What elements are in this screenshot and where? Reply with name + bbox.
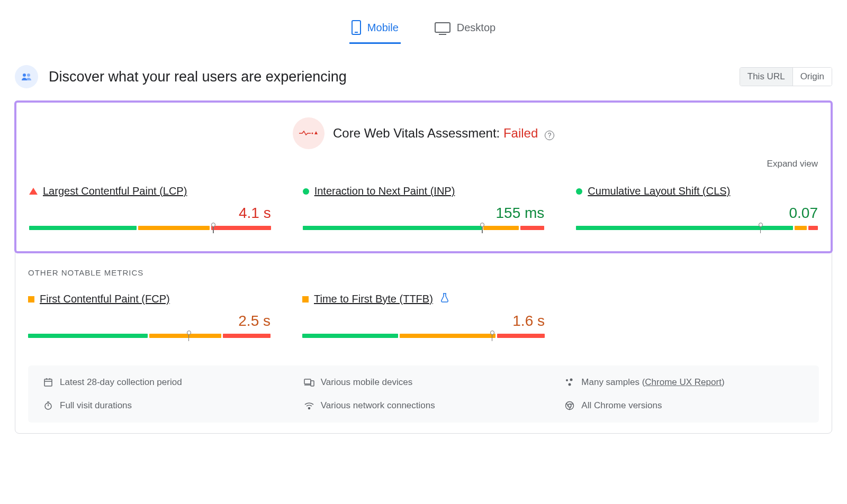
metric-fcp-value: 2.5 s [28,313,271,329]
metric-lcp-bar [29,226,271,230]
metric-cls-name[interactable]: Cumulative Layout Shift (CLS) [588,185,730,197]
cwv-title-prefix: Core Web Vitals Assessment: [333,126,503,140]
svg-marker-3 [314,131,318,134]
metric-fcp-bar [28,334,271,338]
info-samples: Many samples (Chrome UX Report) [564,377,804,388]
main-card: Core Web Vitals Assessment: Failed ? Exp… [15,101,832,434]
svg-point-0 [23,74,26,77]
metric-inp-name[interactable]: Interaction to Next Paint (INP) [314,185,455,197]
metric-cls: Cumulative Layout Shift (CLS) 0.07 [576,185,818,230]
flask-icon [440,293,449,305]
svg-rect-10 [311,381,314,386]
info-chrome: All Chrome versions [564,400,804,411]
circle-green-icon [576,188,582,195]
scatter-icon [564,377,575,388]
page-title: Discover what your real users are experi… [49,69,347,85]
chrome-ux-report-link[interactable]: Chrome UX Report [645,377,722,387]
metric-inp-bar [303,226,545,230]
tab-mobile[interactable]: Mobile [349,16,401,44]
svg-point-12 [570,379,573,381]
svg-point-1 [27,74,30,77]
metric-ttfb-bar [302,334,545,338]
calendar-icon [43,377,53,388]
svg-rect-8 [304,379,311,384]
chrome-icon [564,400,575,411]
tab-desktop[interactable]: Desktop [432,16,498,44]
metric-fcp-name[interactable]: First Contentful Paint (FCP) [40,293,170,305]
triangle-red-icon [29,188,38,195]
svg-point-2 [312,133,313,134]
metric-inp: Interaction to Next Paint (INP) 155 ms [303,185,545,230]
other-metrics-label: OTHER NOTABLE METRICS [28,268,832,277]
scope-toggle: This URL Origin [740,67,832,86]
metric-ttfb-name[interactable]: Time to First Byte (TTFB) [314,293,433,305]
metric-lcp-name[interactable]: Largest Contentful Paint (LCP) [43,185,187,197]
metric-ttfb: Time to First Byte (TTFB) 1.6 s [302,293,545,338]
info-network: Various network connections [304,400,544,411]
devices-icon [304,377,314,388]
help-icon[interactable]: ? [545,131,554,140]
toggle-origin[interactable]: Origin [793,68,832,86]
svg-rect-4 [44,379,52,386]
info-period: Latest 28-day collection period [43,377,283,388]
wifi-icon [304,400,314,411]
mobile-icon [352,20,361,35]
header-row: Discover what your real users are experi… [15,65,832,88]
core-metrics-grid: Largest Contentful Paint (LCP) 4.1 s Int… [29,185,818,230]
metric-lcp-value: 4.1 s [29,205,271,222]
cwv-assessment-box: Core Web Vitals Assessment: Failed ? Exp… [14,100,833,253]
tab-desktop-label: Desktop [457,22,495,34]
metric-cls-bar [576,226,818,230]
metric-inp-value: 155 ms [303,205,545,222]
svg-point-11 [566,379,568,381]
metric-lcp: Largest Contentful Paint (LCP) 4.1 s [29,185,271,230]
square-orange-icon [302,296,309,303]
cwv-status-icon [293,117,325,149]
tab-mobile-label: Mobile [367,22,399,34]
cwv-title: Core Web Vitals Assessment: Failed ? [333,126,554,141]
info-box: Latest 28-day collection period Various … [28,365,819,423]
svg-point-17 [308,408,310,409]
users-icon [15,65,38,88]
circle-green-icon [303,188,309,195]
desktop-icon [435,22,450,33]
info-durations: Full visit durations [43,400,283,411]
expand-view-link[interactable]: Expand view [29,159,818,169]
metric-ttfb-value: 1.6 s [302,313,545,329]
toggle-this-url[interactable]: This URL [740,68,793,86]
stopwatch-icon [43,400,53,411]
metric-cls-value: 0.07 [576,205,818,222]
square-orange-icon [28,296,34,303]
info-devices: Various mobile devices [304,377,544,388]
metric-fcp: First Contentful Paint (FCP) 2.5 s [28,293,271,338]
svg-point-13 [569,383,571,386]
other-metrics-grid: First Contentful Paint (FCP) 2.5 s Time … [28,293,819,338]
device-tabs: Mobile Desktop [15,5,832,49]
cwv-status: Failed [503,126,538,140]
